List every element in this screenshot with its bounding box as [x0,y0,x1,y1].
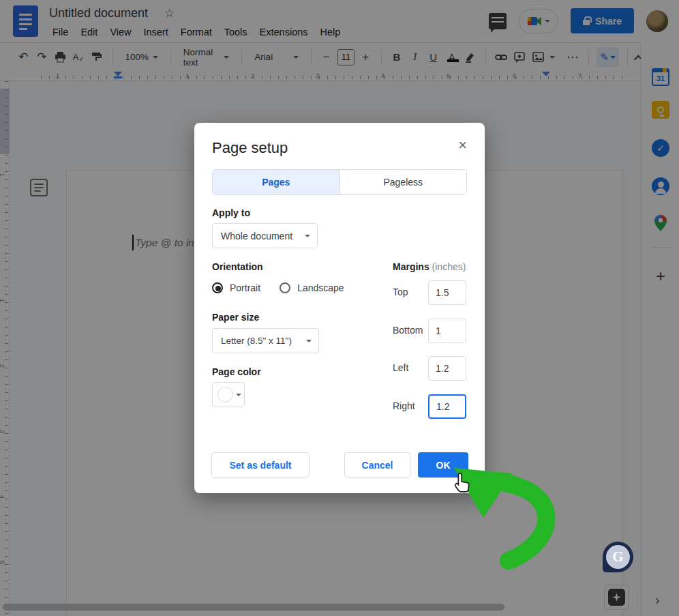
paper-size-label: Paper size [212,312,259,323]
page-setup-dialog: Page setup × Pages Pageless Apply to Who… [194,123,485,493]
portrait-radio[interactable]: Portrait [212,282,260,293]
page-color-picker[interactable] [212,382,245,407]
chevron-down-icon [236,394,241,399]
cancel-button[interactable]: Cancel [344,452,410,478]
close-icon[interactable]: × [458,138,467,153]
grammarly-button[interactable]: G [603,542,633,572]
margin-bottom-label: Bottom [393,325,423,336]
margin-left-input[interactable] [428,356,466,381]
page-setup-tabs: Pages Pageless [212,169,467,195]
paper-size-dropdown[interactable]: Letter (8.5" x 11") [212,328,319,353]
landscape-radio[interactable]: Landscape [280,282,344,293]
margin-bottom-input[interactable] [428,319,466,343]
chevron-down-icon [305,235,310,240]
grammarly-g-icon: G [606,545,630,569]
margin-left-label: Left [393,362,408,373]
dialog-title: Page setup [212,139,288,157]
margin-right-label: Right [393,400,415,411]
radio-unselected-icon [280,282,290,293]
margins-label: Margins (inches) [393,261,466,272]
tab-pages[interactable]: Pages [213,170,340,194]
margin-top-input[interactable] [428,280,466,305]
apply-to-label: Apply to [212,207,250,218]
margin-right-input[interactable] [428,394,466,419]
apply-to-dropdown[interactable]: Whole document [212,223,318,248]
chevron-down-icon [306,340,312,345]
margin-top-label: Top [393,287,408,297]
tab-pageless[interactable]: Pageless [340,170,467,194]
set-as-default-button[interactable]: Set as default [211,452,310,478]
page-color-label: Page color [212,366,261,377]
color-swatch-white [217,387,233,402]
radio-selected-icon [212,282,223,293]
orientation-label: Orientation [212,261,263,272]
ok-button[interactable]: OK [418,452,468,478]
